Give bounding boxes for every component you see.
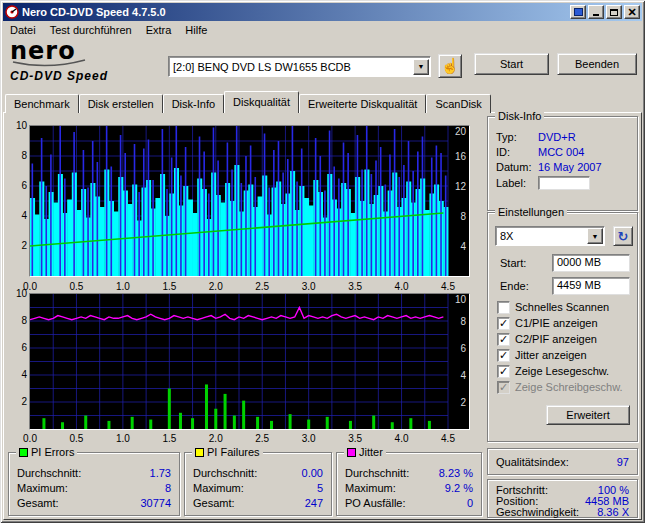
svg-text:6: 6 [460,343,466,354]
stat-label: Maximum: [345,482,396,494]
stat-value: 247 [305,497,323,509]
jitter-stats-group: Jitter Durchschnitt:8.23 %Maximum:9.2 %P… [336,452,482,516]
x-axis-tick: 1.5 [158,433,180,444]
refresh-button[interactable]: ↻ [613,226,633,246]
checkbox-schnelles-scannen[interactable]: Schnelles Scannen [497,299,623,315]
pi-errors-stats-group: PI Errors Durchschnitt:1.73Maximum:8Gesa… [8,452,180,516]
checkbox-box[interactable]: ✓ [497,317,510,330]
start-button[interactable]: Start [474,53,549,75]
jitter-legend-swatch [347,448,356,457]
x-axis-tick: 4.0 [391,433,413,444]
speed-select[interactable]: 8X ▼ [495,226,605,246]
stat-label: Maximum: [193,482,244,494]
x-axis-tick: 1.0 [112,281,134,292]
x-axis-tick: 4.0 [391,281,413,292]
pi-failures-legend-swatch [195,448,204,457]
pi-errors-legend-swatch [19,448,28,457]
scan-ende-label: Ende: [500,280,529,292]
stat-row: Durchschnitt:8.23 % [337,465,481,480]
tab-benchmark[interactable]: Benchmark [5,94,79,113]
close-icon: ✕ [627,7,636,17]
disk-info-group: Disk-Info Typ:DVD+R ID:MCC 004 Datum:16 … [487,116,638,211]
disk-info-title: Disk-Info [495,110,544,122]
x-axis-tick: 1.0 [112,433,134,444]
stat-row: Maximum:5 [185,480,331,495]
titlebar[interactable]: Nero CD-DVD Speed 4.7.5.0 ✕ [3,3,642,21]
tab-scandisk[interactable]: ScanDisk [426,94,490,113]
speed-label: Geschwindigkeit: [496,506,579,518]
quit-button[interactable]: Beenden [557,53,637,75]
y-axis-tick: 8 [6,315,27,326]
titlebar-app-button[interactable] [570,5,586,19]
stat-value: 0 [467,497,473,509]
checkbox-box[interactable]: ✓ [497,365,510,378]
quality-index-value: 97 [617,456,629,468]
tab-diskqualit-t[interactable]: Diskqualität [224,91,299,113]
checkbox-box[interactable]: ✓ [497,349,510,362]
maximize-button[interactable] [606,5,622,19]
checkbox-zeige-schreibgeschw[interactable]: ✓Zeige Schreibgeschw. [497,379,623,395]
hand-icon: ☝ [441,57,460,75]
menu-bar: DateiTest durchführenExtraHilfe [3,21,642,39]
stat-value: 0.00 [302,467,323,479]
speed-select-arrow[interactable]: ▼ [587,228,603,244]
y-axis-tick: 2 [6,240,27,251]
stat-label: Gesamt: [17,497,59,509]
menu-item-hilfe[interactable]: Hilfe [178,22,214,38]
x-axis-tick: 2.0 [205,281,227,292]
menu-item-datei[interactable]: Datei [3,22,43,38]
drive-select[interactable]: [2:0] BENQ DVD LS DW1655 BCDB ▼ [168,56,431,77]
settings-checkboxes: Schnelles Scannen✓C1/PIE anzeigen✓C2/PIF… [497,299,623,395]
svg-text:8: 8 [460,316,466,327]
stat-label: Gesamt: [193,497,235,509]
checkbox-box[interactable]: ✓ [497,333,510,346]
tab-strip: BenchmarkDisk erstellenDisk-InfoDiskqual… [5,91,491,113]
speed-select-value: 8X [496,230,586,242]
quality-index-group: Qualitätsindex:97 [487,448,638,475]
checkbox-c1-pie-anzeigen[interactable]: ✓C1/PIE anzeigen [497,315,623,331]
stat-label: Durchschnitt: [17,467,81,479]
x-axis-tick: 2.5 [251,281,273,292]
disk-typ-value: DVD+R [538,131,576,143]
jitter-chart: 108642 [29,293,470,430]
scan-ende-field[interactable]: 4459 MB [552,277,630,295]
svg-text:4: 4 [460,370,466,381]
x-axis-tick: 0.5 [65,281,87,292]
scan-start-label: Start: [500,257,526,269]
menu-item-test-durchf-hren[interactable]: Test durchführen [43,22,139,38]
checkbox-label: C1/PIE anzeigen [515,317,598,329]
svg-text:12: 12 [455,181,467,192]
tab-erweiterte-diskqualit-t[interactable]: Erweiterte Diskqualität [299,94,426,113]
checkbox-c2-pif-anzeigen[interactable]: ✓C2/PIF anzeigen [497,331,623,347]
tab-disk-erstellen[interactable]: Disk erstellen [79,94,163,113]
checkbox-zeige-lesegeschw[interactable]: ✓Zeige Lesegeschw. [497,363,623,379]
chevron-down-icon: ▼ [418,63,425,70]
checkbox-box[interactable] [497,301,510,314]
menu-item-extra[interactable]: Extra [139,22,179,38]
tab-disk-info[interactable]: Disk-Info [163,94,224,113]
y-axis-tick: 8 [6,150,27,161]
x-axis-tick: 2.0 [205,433,227,444]
drive-select-arrow[interactable]: ▼ [413,59,429,75]
stat-row: PO Ausfälle:0 [337,495,481,510]
stat-value: 9.2 % [445,482,473,494]
close-button[interactable]: ✕ [624,5,640,19]
minimize-button[interactable] [588,5,604,19]
checkbox-jitter-anzeigen[interactable]: ✓Jitter anzeigen [497,347,623,363]
progress-group: Fortschritt:100 % Position:4458 MB Gesch… [487,479,638,518]
pi-failures-stats-group: PI Failures Durchschnitt:0.00Maximum:5Ge… [184,452,332,516]
x-axis-tick: 3.0 [298,281,320,292]
erweitert-button[interactable]: Erweitert [546,405,630,425]
x-axis-tick: 1.5 [158,281,180,292]
chevron-down-icon: ▼ [592,233,599,240]
x-axis-tick: 2.5 [251,433,273,444]
tray-button[interactable]: ☝ [438,54,462,78]
x-axis-tick: 3.5 [344,433,366,444]
y-axis-tick: 4 [6,369,27,380]
checkbox-box[interactable]: ✓ [497,381,510,394]
pi-failures-stats-title: PI Failures [207,446,260,458]
speed-value: 8.36 X [597,506,629,518]
scan-start-field[interactable]: 0000 MB [552,254,630,272]
x-axis-tick: 3.5 [344,281,366,292]
svg-text:2: 2 [460,397,466,408]
